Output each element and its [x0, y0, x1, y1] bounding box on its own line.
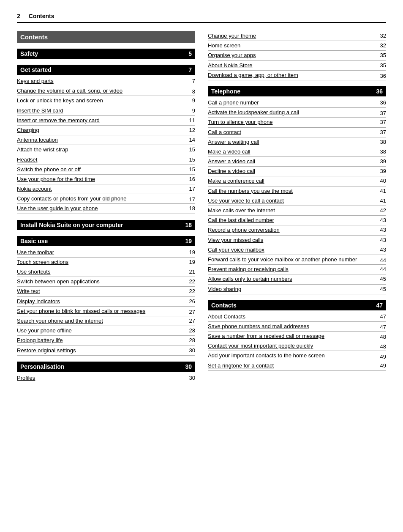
- toc-item[interactable]: View your missed calls 43: [208, 236, 386, 245]
- toc-item[interactable]: Answer a waiting call 38: [208, 137, 386, 147]
- toc-item[interactable]: Keys and parts 7: [17, 77, 195, 86]
- toc-item[interactable]: Change the volume of a call, song, or vi…: [17, 86, 195, 96]
- toc-item[interactable]: Nokia account 17: [17, 184, 195, 194]
- toc-item[interactable]: Use your phone for the first time 16: [17, 175, 195, 184]
- toc-item[interactable]: Headset 15: [17, 155, 195, 165]
- toc-item[interactable]: Set your phone to blink for missed calls…: [17, 307, 195, 316]
- toc-item[interactable]: Search your phone and the internet 27: [17, 316, 195, 326]
- personalisation-section-header: Personalisation 30: [17, 362, 195, 372]
- toc-item[interactable]: Switch between open applications 22: [17, 277, 195, 287]
- telephone-section-header: Telephone 36: [208, 86, 386, 96]
- toc-item[interactable]: Switch the phone on or off 15: [17, 165, 195, 175]
- toc-item[interactable]: Change your theme 32: [208, 31, 386, 41]
- basic-use-section-header: Basic use 19: [17, 236, 195, 246]
- toc-item[interactable]: Organise your apps 35: [208, 51, 386, 60]
- toc-item[interactable]: Use the toolbar 19: [17, 248, 195, 258]
- toc-item[interactable]: Home screen 32: [208, 41, 386, 51]
- toc-item[interactable]: Call the last dialled number 43: [208, 216, 386, 225]
- toc-item[interactable]: Set a ringtone for a contact 49: [208, 361, 386, 371]
- get-started-section-header: Get started 7: [17, 65, 195, 75]
- left-column: Contents Safety 5 Get started 7 Keys and…: [17, 31, 195, 383]
- toc-item[interactable]: Call a phone number 36: [208, 98, 386, 108]
- toc-item[interactable]: Make a video call 38: [208, 147, 386, 157]
- toc-item[interactable]: Video sharing 45: [208, 285, 386, 294]
- toc-item[interactable]: Copy contacts or photos from your old ph…: [17, 194, 195, 204]
- page-title-header: Contents: [29, 13, 54, 19]
- toc-item[interactable]: Answer a video call 39: [208, 157, 386, 167]
- toc-item[interactable]: Allow calls only to certain numbers 45: [208, 274, 386, 284]
- toc-item[interactable]: Lock or unlock the keys and screen 9: [17, 96, 195, 106]
- toc-item[interactable]: Download a game, app, or other item 36: [208, 71, 386, 80]
- toc-item[interactable]: Charging 12: [17, 126, 195, 135]
- toc-item[interactable]: Touch screen actions 19: [17, 258, 195, 267]
- safety-section-header: Safety 5: [17, 49, 195, 59]
- toc-item[interactable]: Record a phone conversation 43: [208, 225, 386, 235]
- contents-section-header: Contents: [17, 31, 195, 43]
- page-number: 2: [17, 13, 20, 19]
- toc-item[interactable]: Profiles 30: [17, 373, 195, 383]
- toc-item[interactable]: Use shortcuts 21: [17, 267, 195, 277]
- toc-item[interactable]: About Nokia Store 35: [208, 61, 386, 71]
- toc-item[interactable]: Make calls over the internet 42: [208, 206, 386, 216]
- install-nokia-section-header: Install Nokia Suite on your computer 18: [17, 220, 195, 230]
- toc-item[interactable]: About Contacts 47: [208, 312, 386, 322]
- toc-item[interactable]: Call a contact 37: [208, 128, 386, 137]
- toc-item[interactable]: Contact your most important people quick…: [208, 341, 386, 351]
- toc-item[interactable]: Turn to silence your phone 37: [208, 118, 386, 127]
- toc-item[interactable]: Prolong battery life 28: [17, 336, 195, 346]
- toc-item[interactable]: Use your voice to call a contact 41: [208, 196, 386, 206]
- toc-item[interactable]: Attach the wrist strap 15: [17, 145, 195, 155]
- toc-item[interactable]: Forward calls to your voice mailbox or a…: [208, 255, 386, 265]
- toc-item[interactable]: Call your voice mailbox 43: [208, 245, 386, 255]
- contacts-section-header: Contacts 47: [208, 300, 386, 310]
- toc-item[interactable]: Restore original settings 30: [17, 346, 195, 356]
- toc-item[interactable]: Write text 22: [17, 287, 195, 296]
- right-column: Change your theme 32 Home screen 32 Orga…: [208, 31, 386, 383]
- toc-item[interactable]: Make a conference call 40: [208, 176, 386, 186]
- toc-item[interactable]: Prevent making or receiving calls 44: [208, 265, 386, 274]
- toc-item[interactable]: Use the user guide in your phone 18: [17, 204, 195, 214]
- toc-item[interactable]: Display indicators 26: [17, 297, 195, 307]
- toc-item[interactable]: Use your phone offline 28: [17, 326, 195, 336]
- toc-item[interactable]: Call the numbers you use the most 41: [208, 186, 386, 196]
- page-header: 2 Contents: [17, 13, 386, 23]
- toc-item[interactable]: Add your important contacts to the home …: [208, 351, 386, 361]
- toc-item[interactable]: Save phone numbers and mail addresses 47: [208, 322, 386, 332]
- toc-item[interactable]: Insert the SIM card 9: [17, 106, 195, 116]
- toc-item[interactable]: Activate the loudspeaker during a call 3…: [208, 108, 386, 118]
- toc-item[interactable]: Insert or remove the memory card 11: [17, 116, 195, 126]
- toc-item[interactable]: Antenna location 14: [17, 135, 195, 145]
- toc-item[interactable]: Save a number from a received call or me…: [208, 332, 386, 341]
- toc-item[interactable]: Decline a video call 39: [208, 167, 386, 176]
